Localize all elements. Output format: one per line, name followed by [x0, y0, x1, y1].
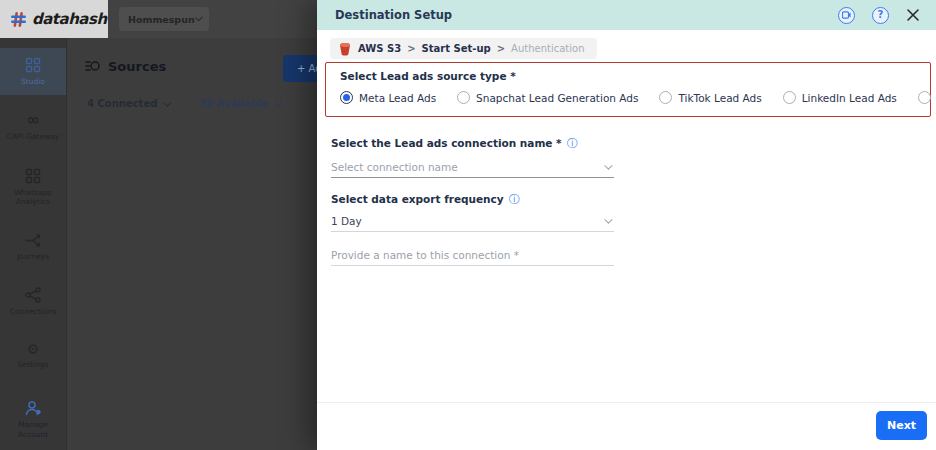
sidebar-item-label: Whatsapp Analytics: [2, 188, 64, 207]
grid-icon: [25, 57, 41, 73]
workspace-name: Hommespun: [128, 14, 195, 25]
close-icon[interactable]: [906, 8, 920, 22]
destination-setup-modal: Destination Setup ?: [317, 0, 936, 450]
modal-header: Destination Setup ?: [317, 0, 936, 30]
help-icon[interactable]: ?: [872, 7, 889, 24]
gear-icon: ⚙: [27, 342, 40, 356]
sidebar-item-whatsapp-analytics[interactable]: Whatsapp Analytics: [0, 159, 66, 216]
footer-divider: [317, 402, 936, 403]
app-topbar: datahash Hommespun: [0, 0, 317, 38]
share-icon: [25, 287, 41, 303]
modal-title: Destination Setup: [317, 8, 838, 22]
sidebar-item-label: Manage Account: [2, 420, 64, 439]
info-icon[interactable]: ⓘ: [567, 138, 578, 149]
datahash-hash-icon: [10, 11, 27, 28]
sidebar-item-label: Journeys: [17, 252, 49, 261]
dimmed-app-backdrop: datahash Hommespun Studio ∞ CAPI Gatew: [0, 0, 317, 450]
connection-name-input[interactable]: Provide a name to this connection *: [331, 244, 614, 266]
chevron-down-icon: [604, 161, 612, 169]
workspace-selector[interactable]: Hommespun: [119, 7, 209, 31]
meta-infinity-icon: ∞: [26, 112, 39, 128]
flow-icon: [25, 233, 42, 248]
chevron-down-icon: [163, 98, 171, 106]
radio-icon: [783, 91, 796, 104]
sidebar-item-label: Studio: [21, 77, 45, 86]
source-type-section: Select Lead ads source type * Meta Lead …: [325, 62, 931, 117]
screen: datahash Hommespun Studio ∞ CAPI Gatew: [0, 0, 936, 450]
breadcrumb: AWS S3 > Start Set-up > Authentication: [330, 38, 597, 59]
breadcrumb-separator: >: [407, 43, 415, 54]
breadcrumb-separator: >: [497, 43, 505, 54]
sidebar-item-label: Connections: [10, 307, 56, 316]
connected-filter[interactable]: 4 Connected: [87, 98, 169, 109]
frequency-value: 1 Day: [331, 215, 362, 227]
source-type-options: Meta Lead Ads Snapchat Lead Generation A…: [340, 91, 916, 104]
radio-snapchat-lead-generation-ads[interactable]: Snapchat Lead Generation Ads: [457, 91, 638, 104]
connection-name-label: Select the Lead ads connection name *: [331, 137, 562, 149]
sidebar-item-settings[interactable]: ⚙ Settings: [0, 333, 66, 378]
brand-name: datahash: [32, 10, 107, 28]
chevron-down-icon: [275, 98, 283, 106]
breadcrumb-item[interactable]: AWS S3: [358, 43, 401, 54]
connection-name-label-row: Select the Lead ads connection name * ⓘ: [331, 137, 578, 149]
sidebar: Studio ∞ CAPI Gateway Whatsapp Analytics: [0, 38, 67, 450]
user-gear-icon: [25, 400, 42, 416]
chevron-down-icon: [604, 215, 612, 223]
modal-header-icons: ?: [838, 7, 936, 24]
radio-linkedin-lead-ads[interactable]: LinkedIn Lead Ads: [783, 91, 897, 104]
frequency-select[interactable]: 1 Day: [331, 210, 614, 232]
page-header: Sources: [85, 58, 166, 74]
sidebar-item-connections[interactable]: Connections: [0, 278, 66, 325]
sidebar-item-label: CAPI Gateway: [7, 132, 60, 141]
chevron-down-icon: [195, 14, 203, 22]
sidebar-item-manage-account[interactable]: Manage Account: [0, 391, 66, 448]
grid-icon: [25, 168, 41, 184]
available-filter[interactable]: 30 Available: [199, 98, 280, 109]
source-filters: 4 Connected 30 Available: [87, 98, 280, 109]
radio-icon: [918, 91, 931, 104]
connection-name-select[interactable]: Select connection name: [331, 156, 614, 178]
sidebar-item-label: Settings: [18, 360, 49, 369]
video-tutorial-icon[interactable]: [838, 7, 855, 24]
radio-icon: [659, 91, 672, 104]
radio-google-forms[interactable]: Google Forms: [918, 91, 936, 104]
frequency-label: Select data export frequency: [331, 193, 504, 205]
radio-tiktok-lead-ads[interactable]: TikTok Lead Ads: [659, 91, 761, 104]
page-title: Sources: [108, 59, 166, 74]
frequency-label-row: Select data export frequency ⓘ: [331, 193, 520, 205]
sidebar-item-journeys[interactable]: Journeys: [0, 224, 66, 270]
info-icon[interactable]: ⓘ: [509, 194, 520, 205]
sidebar-item-studio[interactable]: Studio: [0, 48, 66, 95]
aws-s3-icon: [338, 42, 352, 56]
sources-icon: [85, 58, 101, 74]
radio-meta-lead-ads[interactable]: Meta Lead Ads: [340, 91, 436, 104]
connection-name-input-placeholder: Provide a name to this connection *: [331, 249, 519, 261]
breadcrumb-item[interactable]: Start Set-up: [422, 43, 491, 54]
source-type-label: Select Lead ads source type *: [340, 70, 916, 82]
add-source-button[interactable]: + Ad: [283, 55, 317, 82]
radio-icon: [457, 91, 470, 104]
next-button[interactable]: Next: [876, 411, 927, 440]
radio-selected-icon: [340, 91, 353, 104]
connection-name-placeholder: Select connection name: [331, 161, 458, 173]
breadcrumb-item-current: Authentication: [511, 43, 584, 54]
sidebar-item-capi-gateway[interactable]: ∞ CAPI Gateway: [0, 103, 66, 150]
sources-page: Sources + Ad 4 Connected 30 Available: [67, 38, 317, 450]
brand-logo: datahash: [0, 0, 108, 38]
